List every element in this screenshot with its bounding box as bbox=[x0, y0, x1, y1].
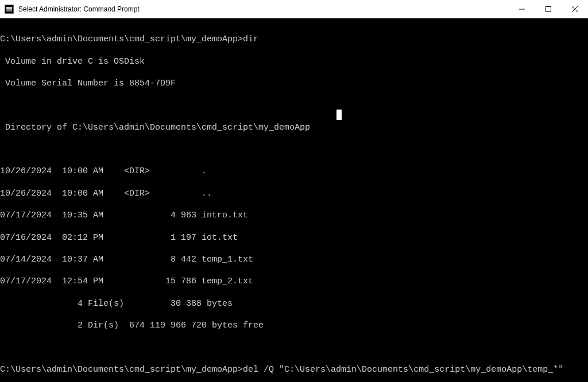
dir-entry: 07/14/2024 10:37 AM 8 442 temp_1.txt bbox=[0, 254, 588, 265]
output-line: Directory of C:\Users\admin\Documents\cm… bbox=[0, 122, 588, 133]
dir-entry: 07/16/2024 02:12 PM 1 197 iot.txt bbox=[0, 232, 588, 243]
prompt: C:\Users\admin\Documents\cmd_script\my_d… bbox=[0, 34, 243, 44]
close-button[interactable] bbox=[562, 0, 588, 18]
dir-entry: 10/26/2024 10:00 AM <DIR> . bbox=[0, 166, 588, 177]
window-controls bbox=[509, 0, 588, 18]
prompt-line: C:\Users\admin\Documents\cmd_script\my_d… bbox=[0, 364, 588, 375]
terminal-area[interactable]: C:\Users\admin\Documents\cmd_script\my_d… bbox=[0, 18, 588, 382]
command-text: del /Q "C:\Users\admin\Documents\cmd_scr… bbox=[243, 365, 563, 375]
svg-rect-1 bbox=[546, 6, 551, 11]
minimize-button[interactable] bbox=[509, 0, 535, 18]
output-line: Volume in drive C is OSDisk bbox=[0, 56, 588, 67]
dir-entry: 07/17/2024 10:35 AM 4 963 intro.txt bbox=[0, 210, 588, 221]
dir-summary-dirs: 2 Dir(s) 674 119 966 720 bytes free bbox=[0, 320, 588, 331]
cmd-icon bbox=[5, 5, 14, 14]
blank-line bbox=[0, 342, 588, 353]
maximize-button[interactable] bbox=[535, 0, 562, 18]
selection-cursor bbox=[336, 110, 342, 120]
dir-entry: 10/26/2024 10:00 AM <DIR> .. bbox=[0, 188, 588, 199]
dir-summary-files: 4 File(s) 30 388 bytes bbox=[0, 298, 588, 309]
titlebar[interactable]: Select Administrator: Command Prompt bbox=[0, 0, 588, 18]
command-text: dir bbox=[243, 34, 258, 44]
dir-entry: 07/17/2024 12:54 PM 15 786 temp_2.txt bbox=[0, 276, 588, 287]
blank-line bbox=[0, 100, 588, 111]
blank-line bbox=[0, 144, 588, 155]
prompt: C:\Users\admin\Documents\cmd_script\my_d… bbox=[0, 365, 243, 375]
window-title: Select Administrator: Command Prompt bbox=[18, 5, 509, 13]
prompt-line: C:\Users\admin\Documents\cmd_script\my_d… bbox=[0, 34, 588, 45]
output-line: Volume Serial Number is 8854-7D9F bbox=[0, 78, 588, 89]
